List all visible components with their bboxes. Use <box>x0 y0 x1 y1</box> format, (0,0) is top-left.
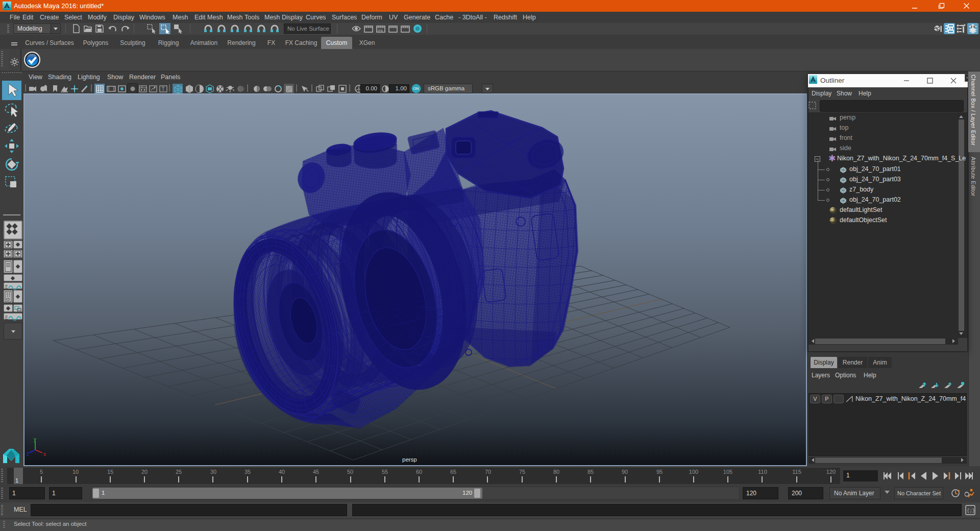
svg-text:{;}: {;} <box>967 509 975 514</box>
svg-text:x: x <box>43 451 46 457</box>
svg-text:ON: ON <box>413 86 419 91</box>
svg-text:z: z <box>27 451 29 456</box>
svg-text:IPR: IPR <box>378 29 383 32</box>
svg-text:T: T <box>162 86 165 92</box>
svg-text:y: y <box>34 437 36 442</box>
